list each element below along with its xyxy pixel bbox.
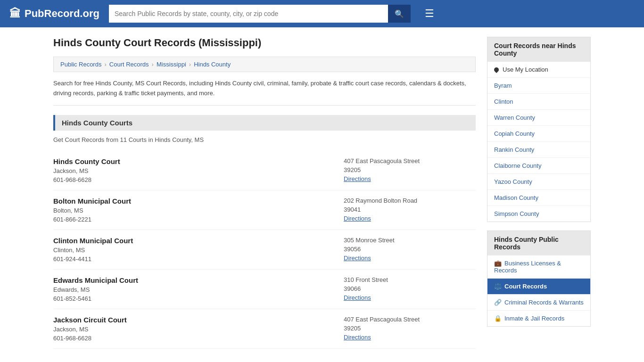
breadcrumb: Public Records › Court Records › Mississ… xyxy=(53,57,476,72)
breadcrumb-mississippi[interactable]: Mississippi xyxy=(157,61,186,68)
directions-link[interactable]: Directions xyxy=(344,334,371,341)
nearby-link[interactable]: Rankin County xyxy=(487,142,590,157)
page-description: Search for free Hinds County, MS Court R… xyxy=(53,79,476,106)
breadcrumb-court-records[interactable]: Court Records xyxy=(109,61,149,68)
sidebar-item-warren-county: Warren County xyxy=(487,110,590,126)
court-left-4: Jackson Circuit Court Jackson, MS 601-96… xyxy=(53,316,344,342)
sidebar-item-claiborne-county: Claiborne County xyxy=(487,158,590,174)
court-city: Edwards, MS xyxy=(53,286,344,293)
site-logo[interactable]: 🏛 PubRecord.org xyxy=(9,7,99,20)
site-header: 🏛 PubRecord.org 🔍 ☰ xyxy=(0,0,644,27)
search-input[interactable] xyxy=(109,5,388,23)
directions-link[interactable]: Directions xyxy=(344,175,371,182)
logo-text: PubRecord.org xyxy=(25,8,99,20)
location-icon xyxy=(493,66,500,73)
court-entry: Bolton Municipal Court Bolton, MS 601-86… xyxy=(53,190,476,230)
court-entry: Jackson Circuit Court Jackson, MS 601-96… xyxy=(53,309,476,349)
court-name: Clinton Municipal Court xyxy=(53,237,344,245)
public-records-link[interactable]: 💼Business Licenses & Records xyxy=(487,255,590,278)
sidebar: Court Records near Hinds County Use My L… xyxy=(487,37,591,349)
court-phone: 601-968-6628 xyxy=(53,176,344,183)
court-directions[interactable]: Directions xyxy=(344,175,476,182)
court-directions[interactable]: Directions xyxy=(344,334,476,341)
sidebar-item-icon: 🔗 xyxy=(494,299,502,306)
court-entry: Clinton Municipal Court Clinton, MS 601-… xyxy=(53,230,476,270)
sidebar-item-icon: ⚖️ xyxy=(494,283,502,290)
court-name: Hinds County Court xyxy=(53,157,344,165)
main-container: Hinds County Court Records (Mississippi)… xyxy=(44,27,600,358)
court-directions[interactable]: Directions xyxy=(344,255,476,262)
court-street: 407 East Pascagoula Street xyxy=(344,157,476,165)
nearby-link[interactable]: Byram xyxy=(487,78,590,93)
public-records-link[interactable]: 🔒Inmate & Jail Records xyxy=(487,311,590,326)
court-left-1: Bolton Municipal Court Bolton, MS 601-86… xyxy=(53,197,344,223)
court-name: Edwards Municipal Court xyxy=(53,276,344,284)
breadcrumb-public-records[interactable]: Public Records xyxy=(60,61,101,68)
breadcrumb-hinds-county[interactable]: Hinds County xyxy=(194,61,231,68)
court-right-1: 202 Raymond Bolton Road 39041 Directions xyxy=(344,197,476,223)
public-records-link[interactable]: ⚖️Court Records xyxy=(487,279,590,294)
nearby-link[interactable]: Copiah County xyxy=(487,126,590,141)
court-phone: 601-852-5461 xyxy=(53,295,344,302)
sidebar-item-byram: Byram xyxy=(487,78,590,94)
sidebar-item-inmate-and-jail-records: 🔒Inmate & Jail Records xyxy=(487,311,590,326)
nearby-title: Court Records near Hinds County xyxy=(487,37,590,62)
sidebar-item-yazoo-county: Yazoo County xyxy=(487,174,590,190)
public-records-box: Hinds County Public Records 💼Business Li… xyxy=(487,230,591,327)
court-street: 202 Raymond Bolton Road xyxy=(344,197,476,204)
directions-link[interactable]: Directions xyxy=(344,294,371,301)
nearby-link[interactable]: Yazoo County xyxy=(487,174,590,189)
court-zip: 39041 xyxy=(344,206,476,213)
sidebar-item-business-licenses-and-records: 💼Business Licenses & Records xyxy=(487,255,590,279)
nearby-link[interactable]: Madison County xyxy=(487,190,590,206)
court-directions[interactable]: Directions xyxy=(344,215,476,222)
sidebar-item-court-records: ⚖️Court Records xyxy=(487,279,590,295)
court-directions[interactable]: Directions xyxy=(344,294,476,301)
court-street: 310 Front Street xyxy=(344,276,476,283)
court-phone: 601-968-6628 xyxy=(53,335,344,342)
court-street: 305 Monroe Street xyxy=(344,237,476,244)
search-bar: 🔍 xyxy=(109,5,411,23)
sidebar-item-madison-county: Madison County xyxy=(487,190,590,206)
nearby-link[interactable]: Clinton xyxy=(487,94,590,109)
sidebar-item-rankin-county: Rankin County xyxy=(487,142,590,158)
court-city: Jackson, MS xyxy=(53,326,344,333)
court-street: 407 East Pascagoula Street xyxy=(344,316,476,323)
court-zip: 39056 xyxy=(344,246,476,253)
sidebar-item-icon: 💼 xyxy=(494,260,502,267)
nearby-link[interactable]: Simpson County xyxy=(487,206,590,222)
court-city: Jackson, MS xyxy=(53,167,344,174)
court-zip: 39205 xyxy=(344,166,476,173)
use-location-link[interactable]: Use My Location xyxy=(487,62,590,77)
sidebar-item-icon: 🔒 xyxy=(494,315,502,322)
page-title: Hinds County Court Records (Mississippi) xyxy=(53,37,476,49)
court-name: Bolton Municipal Court xyxy=(53,197,344,205)
court-zip: 39066 xyxy=(344,285,476,292)
nearby-link[interactable]: Warren County xyxy=(487,110,590,125)
nearby-link[interactable]: Claiborne County xyxy=(487,158,590,173)
directions-link[interactable]: Directions xyxy=(344,255,371,262)
menu-icon[interactable]: ☰ xyxy=(425,8,434,20)
court-right-2: 305 Monroe Street 39056 Directions xyxy=(344,237,476,263)
search-button[interactable]: 🔍 xyxy=(388,5,411,23)
logo-icon: 🏛 xyxy=(9,7,21,20)
sidebar-item-use-location: Use My Location xyxy=(487,62,590,78)
court-right-0: 407 East Pascagoula Street 39205 Directi… xyxy=(344,157,476,183)
courts-list: Hinds County Court Jackson, MS 601-968-6… xyxy=(53,151,476,349)
sidebar-item-criminal-records-and-warrants: 🔗Criminal Records & Warrants xyxy=(487,295,590,311)
nearby-box: Court Records near Hinds County Use My L… xyxy=(487,37,591,222)
courts-count: Get Court Records from 11 Courts in Hind… xyxy=(53,136,476,143)
breadcrumb-sep-1: › xyxy=(104,61,106,68)
court-city: Bolton, MS xyxy=(53,207,344,214)
public-records-link[interactable]: 🔗Criminal Records & Warrants xyxy=(487,295,590,310)
section-heading: Hinds County Courts xyxy=(53,115,476,131)
breadcrumb-sep-3: › xyxy=(189,61,191,68)
public-records-list: 💼Business Licenses & Records⚖️Court Reco… xyxy=(487,255,590,326)
court-right-3: 310 Front Street 39066 Directions xyxy=(344,276,476,302)
public-records-title: Hinds County Public Records xyxy=(487,231,590,255)
court-city: Clinton, MS xyxy=(53,247,344,254)
court-phone: 601-866-2221 xyxy=(53,216,344,223)
content-area: Hinds County Court Records (Mississippi)… xyxy=(53,37,476,349)
directions-link[interactable]: Directions xyxy=(344,215,371,222)
court-phone: 601-924-4411 xyxy=(53,255,344,263)
